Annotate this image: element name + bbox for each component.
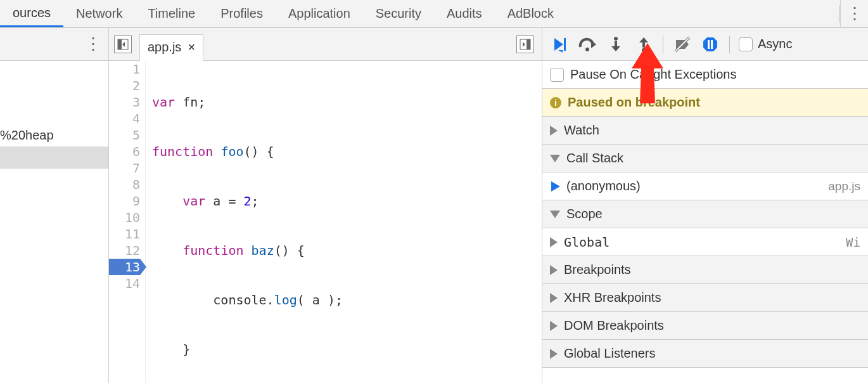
chevron-right-icon — [550, 126, 558, 136]
scope-global[interactable]: Global Wi — [542, 228, 868, 256]
step-into-button[interactable] — [603, 32, 629, 57]
close-icon[interactable]: × — [188, 40, 195, 55]
section-xhr-breakpoints[interactable]: XHR Breakpoints — [542, 284, 868, 312]
svg-rect-15 — [642, 42, 645, 48]
section-scope[interactable]: Scope — [542, 200, 868, 228]
file-tab-label: app.js — [148, 40, 181, 55]
sources-navigator: %20heap — [0, 28, 109, 383]
svg-point-16 — [642, 48, 646, 52]
chevron-down-icon — [550, 155, 560, 162]
chevron-right-icon — [550, 321, 558, 331]
step-over-button[interactable] — [575, 32, 601, 57]
line-gutter[interactable]: 123 456 789 101112 13 14 — [109, 61, 146, 383]
current-frame-icon — [551, 181, 560, 192]
callstack-frame[interactable]: (anonymous) app.js — [542, 172, 868, 200]
chevron-right-icon — [550, 265, 558, 275]
section-watch[interactable]: Watch — [542, 117, 868, 145]
navigator-more-icon[interactable] — [82, 33, 105, 56]
svg-point-10 — [585, 48, 589, 51]
svg-rect-7 — [564, 38, 566, 51]
svg-marker-13 — [611, 46, 620, 51]
step-out-button[interactable] — [631, 32, 656, 57]
svg-rect-4 — [527, 39, 530, 49]
tab-audits[interactable]: Audits — [434, 0, 495, 27]
deactivate-breakpoints-button[interactable] — [670, 32, 695, 57]
svg-rect-20 — [708, 40, 710, 49]
navigator-item-selected[interactable] — [0, 146, 108, 169]
svg-rect-1 — [118, 39, 122, 49]
devtools-top-tabs: ources Network Timeline Profiles Applica… — [0, 0, 868, 28]
tab-sources[interactable]: ources — [0, 0, 63, 27]
file-tab-appjs[interactable]: app.js × — [139, 34, 203, 61]
section-breakpoints[interactable]: Breakpoints — [542, 256, 868, 284]
section-callstack[interactable]: Call Stack — [542, 145, 868, 172]
debugger-panel: Async Pause On Caught Exceptions i Pause… — [542, 28, 868, 383]
section-dom-breakpoints[interactable]: DOM Breakpoints — [542, 312, 868, 340]
pause-on-exceptions-row[interactable]: Pause On Caught Exceptions — [542, 61, 868, 89]
svg-rect-12 — [615, 41, 617, 46]
chevron-down-icon — [550, 211, 560, 218]
svg-marker-6 — [554, 38, 563, 51]
async-label: Async — [758, 37, 792, 51]
svg-marker-5 — [523, 42, 525, 47]
chevron-right-icon — [550, 349, 558, 359]
resume-button[interactable] — [547, 32, 573, 57]
chevron-right-icon — [550, 237, 558, 247]
tab-profiles[interactable]: Profiles — [208, 0, 276, 27]
svg-rect-21 — [711, 40, 713, 49]
toggle-debugger-pane-icon[interactable] — [516, 36, 534, 53]
pause-caught-checkbox[interactable] — [550, 68, 564, 82]
async-checkbox[interactable] — [739, 37, 753, 51]
tab-application[interactable]: Application — [276, 0, 363, 27]
tab-timeline[interactable]: Timeline — [135, 0, 208, 27]
tab-network[interactable]: Network — [63, 0, 135, 27]
tab-adblock[interactable]: AdBlock — [495, 0, 566, 27]
svg-point-11 — [614, 37, 618, 41]
tab-security[interactable]: Security — [363, 0, 434, 27]
breakpoint-marker[interactable]: 13 — [109, 259, 140, 275]
info-icon: i — [550, 97, 561, 108]
code-editor[interactable]: var fn; function foo() { var a = 2; func… — [146, 61, 542, 383]
pause-caught-label: Pause On Caught Exceptions — [570, 67, 736, 82]
source-panel: app.js × 123 456 789 101112 13 14 var fn… — [109, 28, 542, 383]
svg-marker-19 — [703, 37, 717, 51]
svg-marker-9 — [591, 41, 596, 48]
pause-on-exceptions-button[interactable] — [698, 32, 723, 57]
section-global-listeners[interactable]: Global Listeners — [542, 340, 868, 368]
svg-marker-8 — [558, 50, 563, 53]
frame-source: app.js — [828, 179, 860, 193]
toggle-navigator-icon[interactable] — [114, 36, 132, 53]
more-menu-icon[interactable] — [840, 0, 868, 28]
svg-marker-14 — [639, 37, 648, 42]
navigator-item[interactable]: %20heap — [0, 124, 108, 146]
svg-marker-2 — [122, 42, 125, 47]
chevron-right-icon — [550, 293, 558, 303]
paused-status: i Paused on breakpoint — [542, 89, 868, 117]
